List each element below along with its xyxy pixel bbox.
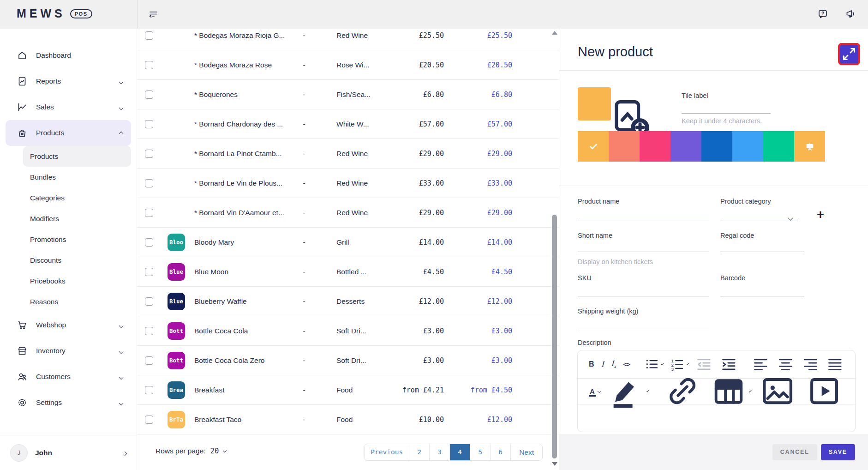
toolbar-button[interactable]: <> [623,360,630,368]
toolbar-button[interactable] [710,373,751,410]
color-swatch[interactable] [794,131,825,162]
toolbar-button[interactable] [663,371,702,411]
sidebar-subitem[interactable]: Bundles [23,167,131,187]
table-row[interactable]: Bloo Bloody Mary - Grill £14.00 £14.00 [137,228,559,257]
short-name-input[interactable] [578,252,709,252]
sidebar-item[interactable]: Customers [6,364,131,390]
table-row[interactable]: Blue Blueberry Waffle - Desserts £12.00 … [137,287,559,316]
color-swatch[interactable] [609,131,640,162]
sidebar-subitem[interactable]: Modifiers [23,208,131,229]
scrollbar-thumb[interactable] [552,215,557,458]
sidebar-item[interactable]: Webshop [6,312,131,338]
table-row[interactable]: * Bornard La Pinot Ctamb... - Red Wine £… [137,139,559,169]
table-row[interactable]: Bott Bottle Coca Cola - Soft Dri... £3.0… [137,316,559,346]
pagination-button[interactable]: 6 [490,444,510,460]
scrollbar-down-arrow[interactable] [552,462,557,466]
rows-per-page-select[interactable]: Rows per page: 20 [156,447,226,455]
cancel-button[interactable]: CANCEL [772,444,817,460]
megaphone-icon[interactable] [845,8,856,19]
pagination-button[interactable]: Previous [364,444,409,460]
row-checkbox[interactable] [145,297,153,306]
expand-panel-button[interactable] [840,45,858,63]
toolbar-button[interactable]: Ix [611,359,616,369]
sidebar-item[interactable]: Settings [6,390,131,416]
row-checkbox[interactable] [145,356,153,365]
product-category-select[interactable] [720,221,798,221]
pagination-button[interactable]: 5 [470,444,490,460]
sidebar-item[interactable]: Sales [6,94,131,120]
table-row[interactable]: * Bodegas Moraza Rose - Rose Wi... £20.5… [137,50,559,80]
table-row[interactable]: Brea Breakfast - Food from £4.21 from £4… [137,375,559,405]
toolbar-button[interactable] [758,371,797,411]
pagination-button[interactable]: 2 [409,444,429,460]
row-checkbox[interactable] [145,268,153,276]
table-row[interactable]: * Bornard Vin D'Aamour et... - Red Wine … [137,198,559,228]
toolbar-button[interactable] [644,356,663,372]
sidebar-item[interactable]: Reports [6,68,131,94]
color-swatch[interactable] [670,131,701,162]
color-swatch[interactable] [640,131,670,162]
toolbar-button[interactable] [802,356,820,374]
add-category-button[interactable]: + [817,209,824,221]
toolbar-button[interactable] [607,373,648,410]
toolbar-button[interactable]: 123 [670,356,688,372]
toolbar-button[interactable] [695,356,713,374]
color-swatch[interactable] [763,131,794,162]
sidebar-item[interactable]: Inventory [6,338,131,364]
table-row[interactable]: * Boquerones - Fish/Sea... £6.80 £6.80 [137,80,559,109]
table-row[interactable]: * Bornard Chardonay des ... - White W...… [137,109,559,139]
scrollbar-up-arrow[interactable] [552,31,557,35]
toolbar-button[interactable]: I [601,360,604,369]
row-checkbox[interactable] [145,209,153,217]
filter-collapse-icon[interactable] [148,9,159,20]
pagination-button[interactable]: 3 [429,444,449,460]
row-checkbox[interactable] [145,238,153,247]
table-row[interactable]: BrTa Breakfast Taco - Food £10.00 £12.00 [137,405,559,434]
sidebar-item[interactable]: Products [6,120,131,146]
pagination-button[interactable]: 4 [449,444,470,460]
shipping-weight-input[interactable] [578,329,709,329]
product-name-input[interactable] [578,221,709,221]
sidebar-subitem[interactable]: Products [23,146,131,167]
table-row[interactable]: * Bornard Le Vin de Plous... - Red Wine … [137,169,559,198]
row-checkbox[interactable] [145,150,153,158]
product-dash: - [299,257,309,287]
help-icon[interactable]: ? [817,8,828,19]
row-checkbox[interactable] [145,416,153,424]
toolbar-button[interactable] [777,356,795,374]
toolbar-button[interactable] [804,371,844,411]
row-checkbox[interactable] [145,327,153,335]
pagination-button[interactable]: Next [510,444,542,460]
row-checkbox[interactable] [145,120,153,128]
row-checkbox[interactable] [145,31,153,40]
toolbar-button[interactable] [752,356,770,374]
sidebar-subitem[interactable]: Pricebooks [23,271,131,291]
color-swatch[interactable] [578,131,609,162]
table-row[interactable]: Bott Bottle Coca Cola Zero - Soft Dri...… [137,346,559,375]
toolbar-button[interactable]: A [589,387,600,396]
color-swatch[interactable] [701,131,732,162]
toolbar-button[interactable] [826,356,844,374]
clear-format-icon: Ix [611,359,616,369]
table-row[interactable]: * Bodegas Moraza Rioja G... - Red Wine £… [137,29,559,50]
toolbar-button[interactable] [720,356,738,374]
sidebar-item[interactable]: Dashboard [6,42,131,68]
row-checkbox[interactable] [145,90,153,99]
sidebar-subitem[interactable]: Reasons [23,291,131,312]
chevron-down-icon[interactable] [789,213,792,222]
toolbar-button[interactable]: B [589,360,594,368]
color-swatch[interactable] [732,131,763,162]
row-checkbox[interactable] [145,61,153,69]
tile-label-input[interactable] [682,113,771,114]
barcode-input[interactable] [720,296,804,296]
regal-code-input[interactable] [720,252,804,252]
sidebar-subitem[interactable]: Discounts [23,250,131,271]
row-checkbox[interactable] [145,386,153,394]
table-row[interactable]: Blue Blue Moon - Bottled ... £4.50 £4.50 [137,257,559,287]
save-button[interactable]: SAVE [821,444,855,460]
sku-input[interactable] [578,296,709,296]
user-menu[interactable]: J John [0,435,137,470]
sidebar-subitem[interactable]: Categories [23,187,131,208]
sidebar-subitem[interactable]: Promotions [23,229,131,250]
row-checkbox[interactable] [145,179,153,187]
